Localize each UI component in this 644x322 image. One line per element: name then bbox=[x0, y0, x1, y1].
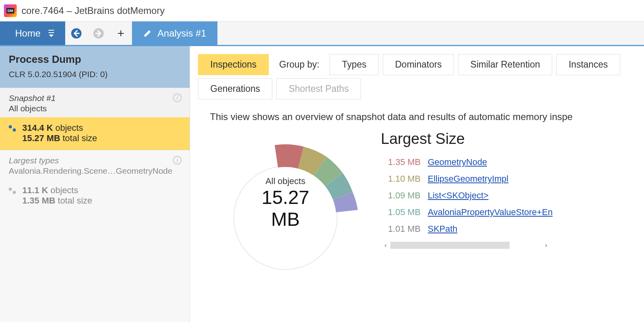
largest-size-value: 1.35 MB bbox=[22, 196, 55, 206]
snapshot-sub: All objects bbox=[9, 104, 181, 113]
largest-objects-label: objects bbox=[48, 185, 78, 195]
scroll-left-button[interactable]: ‹ bbox=[381, 241, 390, 250]
largest-size-label: total size bbox=[55, 196, 92, 206]
process-subtitle: CLR 5.0.20.51904 (PID: 0) bbox=[9, 70, 181, 79]
window-title: core.7464 – JetBrains dotMemory bbox=[21, 5, 165, 16]
home-button[interactable]: Home bbox=[0, 21, 65, 45]
largest-header[interactable]: Largest types Avalonia.Rendering.Scene…G… bbox=[0, 150, 190, 180]
legend-size: 1.09 MB bbox=[381, 190, 421, 201]
process-header[interactable]: Process Dump CLR 5.0.20.51904 (PID: 0) bbox=[0, 46, 190, 88]
group-by-label: Group by: bbox=[273, 59, 326, 70]
main: Process Dump CLR 5.0.20.51904 (PID: 0) S… bbox=[0, 46, 644, 322]
largest-stats[interactable]: 11.1 K objects 1.35 MB total size bbox=[0, 180, 190, 212]
snapshot-stats[interactable]: 314.4 K objects 15.27 MB total size bbox=[0, 117, 190, 150]
legend-item: 1.35 MB GeometryNode bbox=[381, 157, 553, 167]
process-title: Process Dump bbox=[9, 53, 181, 66]
legend-link[interactable]: SKPath bbox=[428, 224, 458, 234]
legend-item: 1.10 MB EllipseGeometryImpl bbox=[381, 174, 553, 184]
content: Inspections Group by: Types Dominators S… bbox=[190, 46, 644, 322]
chevron-right-icon: › bbox=[545, 242, 547, 249]
add-tab-button[interactable]: + bbox=[110, 21, 132, 45]
legend-size: 1.05 MB bbox=[381, 207, 421, 217]
legend-item: 1.05 MB AvaloniaPropertyValueStore+En bbox=[381, 207, 553, 217]
largest-objects-value: 11.1 K bbox=[22, 185, 48, 195]
scroll-track[interactable] bbox=[390, 242, 510, 249]
home-dropdown-icon bbox=[48, 30, 54, 37]
home-label: Home bbox=[15, 28, 41, 39]
toolbar: Home + Analysis #1 bbox=[0, 21, 644, 46]
tab-label: Analysis #1 bbox=[157, 28, 206, 39]
overview-description: This view shows an overview of snapshot … bbox=[210, 111, 644, 122]
snapshot-name: Snapshot #1 bbox=[9, 93, 181, 103]
info-icon[interactable]: i bbox=[173, 93, 182, 102]
size-label: total size bbox=[60, 133, 97, 143]
snapshot-header[interactable]: Snapshot #1 All objects i bbox=[0, 88, 190, 117]
app-icon-badge: DM bbox=[6, 8, 14, 14]
view-tabs-row2: Generations Shortest Paths bbox=[190, 75, 644, 99]
tab-dominators[interactable]: Dominators bbox=[383, 54, 454, 75]
app-icon: DM bbox=[4, 4, 17, 17]
chart-row: All objects 15.27 MB Largest Size 1.35 M… bbox=[210, 130, 644, 281]
donut-center: All objects 15.27 MB bbox=[248, 176, 323, 230]
legend: Largest Size 1.35 MB GeometryNode 1.10 M… bbox=[381, 130, 553, 250]
chevron-left-icon: ‹ bbox=[384, 242, 386, 249]
tab-shortest-paths[interactable]: Shortest Paths bbox=[276, 78, 361, 99]
donut-value: 15.27 MB bbox=[248, 186, 323, 230]
donut-label: All objects bbox=[248, 176, 323, 186]
view-tabs-row1: Inspections Group by: Types Dominators S… bbox=[190, 46, 644, 75]
tab-types[interactable]: Types bbox=[330, 54, 378, 75]
legend-item: 1.01 MB SKPath bbox=[381, 224, 553, 234]
size-value: 15.27 MB bbox=[22, 133, 60, 143]
legend-link[interactable]: AvaloniaPropertyValueStore+En bbox=[428, 207, 553, 217]
sidebar: Process Dump CLR 5.0.20.51904 (PID: 0) S… bbox=[0, 46, 190, 322]
objects-value: 314.4 K bbox=[22, 123, 53, 133]
objects-label: objects bbox=[53, 123, 83, 133]
tab-inspections[interactable]: Inspections bbox=[198, 54, 269, 75]
legend-link[interactable]: EllipseGeometryImpl bbox=[428, 174, 508, 184]
titlebar: DM core.7464 – JetBrains dotMemory bbox=[0, 0, 644, 21]
tab-generations[interactable]: Generations bbox=[198, 78, 272, 99]
tab-similar-retention[interactable]: Similar Retention bbox=[458, 54, 552, 75]
legend-size: 1.01 MB bbox=[381, 224, 421, 234]
legend-link[interactable]: List<SKObject> bbox=[428, 190, 489, 201]
plus-icon: + bbox=[117, 27, 124, 40]
legend-size: 1.35 MB bbox=[381, 157, 421, 167]
legend-size: 1.10 MB bbox=[381, 174, 421, 184]
info-icon[interactable]: i bbox=[173, 156, 182, 165]
overview: This view shows an overview of snapshot … bbox=[190, 99, 644, 281]
tab-instances[interactable]: Instances bbox=[556, 54, 620, 75]
arrow-left-icon bbox=[70, 27, 82, 39]
legend-item: 1.09 MB List<SKObject> bbox=[381, 190, 553, 201]
legend-title: Largest Size bbox=[381, 130, 553, 147]
arrow-right-icon bbox=[93, 27, 105, 39]
pencil-icon bbox=[143, 29, 152, 38]
legend-scroller: ‹ › bbox=[381, 241, 553, 250]
legend-link[interactable]: GeometryNode bbox=[428, 157, 487, 167]
tab-analysis[interactable]: Analysis #1 bbox=[132, 21, 217, 45]
nav-back-button[interactable] bbox=[65, 21, 87, 45]
nav-forward-button[interactable] bbox=[87, 21, 110, 45]
donut-chart[interactable]: All objects 15.27 MB bbox=[210, 130, 361, 281]
largest-name: Largest types bbox=[9, 156, 181, 165]
scroll-right-button[interactable]: › bbox=[541, 241, 551, 250]
largest-sub: Avalonia.Rendering.Scene…GeometryNode bbox=[9, 166, 181, 176]
